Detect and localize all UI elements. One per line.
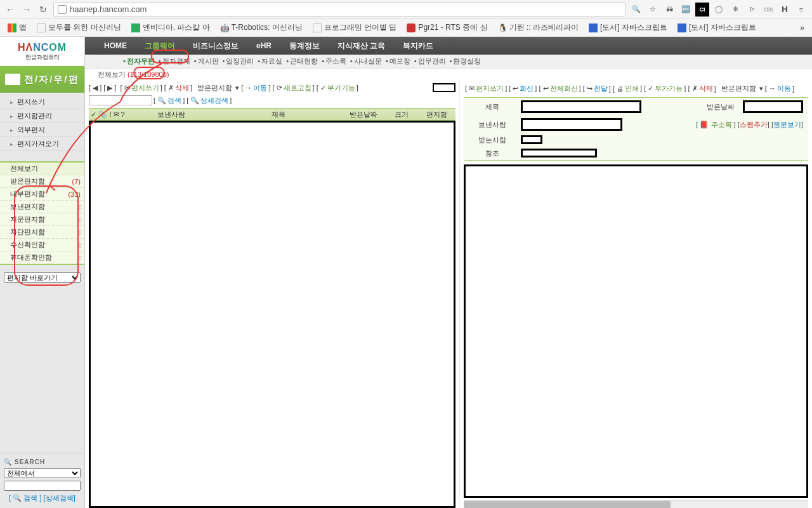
address-bar[interactable]: haanep.hancom.com	[53, 3, 625, 17]
sidemenu-manage[interactable]: 편지함관리	[0, 109, 84, 123]
reload-button[interactable]: ↻	[37, 3, 49, 16]
tb-folder[interactable]: 받은편지함	[197, 83, 232, 93]
folder-quick-select[interactable]: 편지함 바로가기	[4, 272, 81, 283]
logo[interactable]: HΛNCOM 한글과컴퓨터	[0, 37, 84, 66]
subnav-archive[interactable]: 자료실	[258, 57, 282, 66]
val-from	[521, 118, 622, 131]
apps-button[interactable]: 앱	[4, 20, 30, 35]
search-input[interactable]	[4, 481, 81, 491]
ext-icon-ci[interactable]: CI	[695, 3, 709, 17]
link-spam[interactable]: 스팸추가	[740, 121, 768, 128]
css-icon[interactable]: css	[761, 3, 775, 17]
menu-icon[interactable]: ≡	[794, 3, 808, 17]
sidemenu-external[interactable]: 외부편지	[0, 123, 84, 137]
bookmarks-more[interactable]: »	[796, 22, 808, 34]
dt-move[interactable]: 이동	[777, 84, 791, 93]
dt-replyall[interactable]: 전체회신	[550, 84, 578, 93]
col-sender[interactable]: 보낸사람	[127, 110, 216, 119]
folder-inbox[interactable]: 받은편지함(7)	[0, 175, 84, 188]
folder-trash[interactable]: 지운편지함▯	[0, 213, 84, 226]
nav-stats[interactable]: 통계정보	[289, 41, 320, 51]
mail-section-header: 전/자/우/편	[0, 66, 84, 93]
link-addrbook[interactable]: 주소록	[711, 121, 732, 128]
back-button[interactable]: ←	[4, 3, 16, 16]
detail-body[interactable]	[464, 164, 808, 498]
subnav-task[interactable]: 업무관리	[414, 57, 446, 66]
dt-reply[interactable]: 회신	[520, 84, 534, 93]
col-date[interactable]: 받은날짜	[341, 110, 386, 119]
bookmark-3[interactable]: 🤖T-Robotics: 머신러닝	[216, 20, 306, 35]
folder-receipt[interactable]: 수신확인함▯	[0, 239, 84, 251]
sidemenu-import[interactable]: 편지가져오기	[0, 137, 84, 151]
link-source[interactable]: 원문보기	[773, 121, 801, 128]
dt-folder[interactable]: 받은편지함	[721, 84, 756, 93]
col-size[interactable]: 크기	[386, 110, 417, 119]
lbl-subject: 제목	[464, 102, 521, 112]
sidemenu-write[interactable]: 편지쓰기	[0, 95, 84, 109]
bookmark-6[interactable]: 🐧기린 :: 라즈베리파이	[494, 20, 582, 35]
ext-icon-4[interactable]: 🏳	[745, 3, 759, 17]
nav-groupware[interactable]: 그룹웨어	[145, 41, 175, 51]
subnav-addrbook[interactable]: 주소록	[322, 57, 346, 66]
dt-write[interactable]: 편지쓰기	[476, 84, 504, 93]
ext-icon-1[interactable]: 🕶	[662, 3, 676, 17]
subnav-settings[interactable]: 환경설정	[450, 57, 481, 66]
bookmark-4[interactable]: 프로그래밍 언어별 딥	[309, 20, 401, 35]
dt-forward[interactable]: 전달	[594, 84, 608, 93]
col-folder[interactable]: 편지함	[417, 110, 455, 119]
tb-search[interactable]: 검색	[167, 95, 181, 105]
dt-delete[interactable]: 삭제	[699, 84, 713, 93]
nav-ip[interactable]: 지식재산 교육	[337, 41, 385, 51]
folder-block[interactable]: 차단편지함▯	[0, 226, 84, 239]
nav-ehr[interactable]: eHR	[256, 41, 272, 50]
folder-all[interactable]: 전체보기	[0, 163, 84, 175]
col-subject[interactable]: 제목	[216, 110, 341, 119]
list-pane: [ ◀ ] [ ▶ ] [ ✉ 편지쓰기 ] [ ✗ 삭제 ] 받은편지함 ▾ …	[85, 80, 459, 508]
nav-home[interactable]: HOME	[104, 41, 127, 50]
search-icon[interactable]: 🔍	[629, 3, 643, 17]
pager-box[interactable]	[433, 83, 455, 92]
star-icon[interactable]: ☆	[646, 3, 660, 17]
subnav-survey[interactable]: 사내설문	[350, 57, 382, 66]
detail-pane: [ ✉ 편지쓰기 ] [ ↩ 회신 ] [ ↩ 전체회신 ] [ ↪ 전달 ] …	[459, 80, 812, 508]
tb-move[interactable]: 이동	[253, 83, 267, 93]
dt-print[interactable]: 인쇄	[625, 84, 639, 93]
search-go[interactable]: 🔍 검색	[13, 494, 37, 502]
subnav-memo[interactable]: 메모장	[386, 57, 410, 66]
tb-extra[interactable]: 부가기능	[327, 83, 355, 93]
tb-refresh[interactable]: 새로고침	[284, 83, 311, 93]
lbl-to: 받는사람	[464, 135, 521, 145]
subnav-board[interactable]: 게시판	[194, 57, 219, 66]
list-body[interactable]	[89, 121, 455, 508]
list-search-input[interactable]	[89, 95, 152, 105]
tb-adv-search[interactable]: 상세검색	[200, 95, 228, 105]
top-nav: HOME 그룹웨어 비즈니스정보 eHR 통계정보 지식재산 교육 복지카드	[85, 37, 812, 55]
folder-phone[interactable]: 휴대폰확인함▯	[0, 251, 84, 264]
nav-biz[interactable]: 비즈니스정보	[193, 41, 239, 51]
folder-internal[interactable]: 내부편지함(33)	[0, 188, 84, 201]
ext-icon-3[interactable]: ❄	[728, 3, 742, 17]
subnav-attendance[interactable]: 근태현황	[286, 57, 318, 66]
tb-delete[interactable]: 삭제	[175, 83, 189, 93]
h-icon[interactable]: H	[778, 3, 792, 17]
lbl-from: 보낸사람	[464, 120, 521, 130]
translate-icon[interactable]: 🔤	[679, 3, 693, 17]
subnav-mail[interactable]: 전자우편	[123, 57, 155, 66]
tb-write[interactable]: 편지쓰기	[131, 83, 159, 93]
search-adv[interactable]: 상세검색	[46, 494, 74, 502]
col-icons[interactable]: ✓ 📎 ! ✉ ?	[89, 110, 127, 119]
bookmark-1[interactable]: 모두를 위한 머신러닝	[33, 20, 125, 35]
subnav-approval[interactable]: 전자결재	[159, 57, 190, 66]
search-scope[interactable]: 전체에서	[4, 468, 81, 478]
folder-sent[interactable]: 보낸편지함▯	[0, 201, 84, 213]
forward-button[interactable]: →	[20, 3, 33, 16]
bookmark-8[interactable]: [도서] 자바스크립트	[674, 20, 760, 35]
ext-icon-2[interactable]: ◯	[712, 3, 726, 17]
bookmark-7[interactable]: [도서] 자바스크립트	[585, 20, 671, 35]
dt-extra[interactable]: 부가기능	[655, 84, 683, 93]
bookmark-2[interactable]: 엔비디아, 파스칼 아	[128, 20, 214, 35]
bookmark-5[interactable]: Pgr21 - RTS 중에 싱	[403, 20, 491, 35]
h-scrollbar[interactable]	[464, 500, 808, 508]
nav-welfare[interactable]: 복지카드	[403, 41, 433, 51]
subnav-schedule[interactable]: 일정관리	[223, 57, 254, 66]
